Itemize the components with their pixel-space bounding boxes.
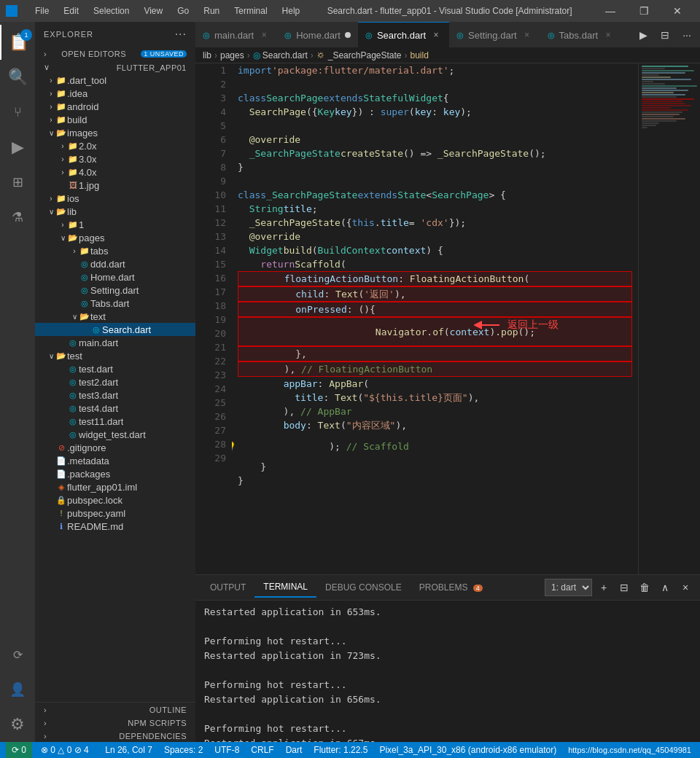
tree-item[interactable]: ◎ test11.dart [35,415,195,428]
maximize-panel-button[interactable]: ∧ [656,579,674,596]
tree-item[interactable]: ◎ main.dart [35,336,195,349]
npm-scripts-section[interactable]: › NPM SCRIPTS [35,716,195,729]
tab-setting-dart[interactable]: ◎ Setting.dart × [449,22,540,47]
tree-item[interactable]: › 📁 tabs [35,244,195,257]
status-flutter[interactable]: Flutter: 1.22.5 [311,745,370,755]
tab-close-icon[interactable]: × [430,29,442,41]
tab-problems[interactable]: PROBLEMS 4 [411,578,491,597]
tree-item[interactable]: ◎ test4.dart [35,402,195,415]
menu-go[interactable]: Go [171,4,195,17]
menu-selection[interactable]: Selection [88,4,135,17]
tab-search-dart[interactable]: ◎ Search.dart × [358,22,449,47]
status-spaces[interactable]: Spaces: 2 [161,745,206,755]
project-section[interactable]: ∨ FLUTTER_APP01 [35,60,195,74]
maximize-button[interactable]: ❐ [627,0,661,22]
tree-item[interactable]: 🔒 pubspec.lock [35,493,195,507]
code-content[interactable]: import 'package:flutter/material.dart'; … [232,63,638,574]
menu-edit[interactable]: Edit [58,4,85,17]
activity-search[interactable]: 🔍 [0,60,35,95]
tree-item[interactable]: ◎ ddd.dart [35,257,195,270]
tree-item[interactable]: ⊘ .gitignore [35,441,195,454]
menu-file[interactable]: File [29,4,55,17]
menu-run[interactable]: Run [198,4,225,17]
status-remote[interactable]: ⟳ 0 [6,742,32,758]
code-editor[interactable]: 12345 678910 1112131415 1617181920 21222… [195,63,638,574]
tree-item[interactable]: › 📁 4.0x [35,165,195,179]
tree-item[interactable]: › 📁 android [35,100,195,113]
close-panel-button[interactable]: × [677,579,694,596]
status-language[interactable]: Dart [283,745,306,755]
tree-item[interactable]: ∨ 📂 pages [35,231,195,244]
tree-item-search-dart[interactable]: ◎ Search.dart [35,323,195,336]
close-button[interactable]: ✕ [661,0,694,22]
activity-test[interactable]: ⚗ [0,200,35,235]
tree-item[interactable]: ◎ Setting.dart [35,284,195,297]
tree-item[interactable]: ◈ flutter_app01.iml [35,480,195,493]
menu-view[interactable]: View [138,4,168,17]
tab-close-icon[interactable]: × [258,29,270,41]
tab-home-dart[interactable]: ◎ Home.dart [277,22,358,47]
breadcrumb-pages[interactable]: pages [220,50,244,60]
tree-item[interactable]: ! pubspec.yaml [35,507,195,520]
tree-item[interactable]: ◎ test2.dart [35,375,195,388]
tree-item[interactable]: › 📁 3.0x [35,152,195,165]
activity-remote[interactable]: ⟳ [0,637,35,672]
tree-item[interactable]: ℹ README.md [35,520,195,533]
delete-terminal-button[interactable]: 🗑 [636,579,653,596]
breadcrumb-search-dart[interactable]: ◎Search.dart [253,50,308,60]
status-errors[interactable]: ⊗ 0 △ 0 ⊘ 4 [38,745,92,755]
activity-explorer[interactable]: 📋 1 [0,25,35,60]
split-editor-button[interactable]: ⊟ [655,25,675,45]
breadcrumb-search-page-state[interactable]: _SearchPageState [328,50,402,60]
tab-tabs-dart[interactable]: ◎ Tabs.dart × [540,22,621,47]
tree-item[interactable]: ◎ test.dart [35,362,195,375]
tree-item[interactable]: ◎ Home.dart [35,270,195,284]
tab-terminal[interactable]: TERMINAL [254,577,316,598]
add-terminal-button[interactable]: + [595,579,612,596]
tree-item[interactable]: › 📁 build [35,113,195,126]
run-button[interactable]: ▶ [633,25,653,45]
tab-debug-console[interactable]: DEBUG CONSOLE [316,578,411,597]
status-device[interactable]: Pixel_3a_API_30_x86 (android-x86 emulato… [376,745,559,755]
tree-item[interactable]: › 📁 2.0x [35,139,195,152]
menu-terminal[interactable]: Terminal [228,4,273,17]
tab-output[interactable]: OUTPUT [201,578,254,597]
breadcrumb-build[interactable]: build [411,50,429,60]
lightbulb-icon[interactable]: 💡 [232,439,236,453]
terminal-select[interactable]: 1: dart [545,579,592,596]
status-line-ending[interactable]: CRLF [248,745,276,755]
status-cursor-position[interactable]: Ln 26, Col 7 [102,745,155,755]
tree-item[interactable]: ◎ widget_test.dart [35,428,195,441]
tab-close-icon[interactable]: × [602,29,614,41]
tree-item[interactable]: ∨ 📂 text [35,310,195,323]
more-actions-button[interactable]: ··· [677,25,697,45]
tree-item[interactable]: › 📁 1 [35,218,195,231]
tree-item[interactable]: 📄 .packages [35,467,195,480]
tree-item[interactable]: 🖼 1.jpg [35,179,195,192]
tree-item[interactable]: › 📁 .idea [35,87,195,100]
status-link[interactable]: https://blog.csdn.net/qq_45049981 [565,746,694,754]
activity-accounts[interactable]: 👤 [0,672,35,707]
breadcrumb-class[interactable]: ⛭ [316,50,325,60]
tab-close-icon[interactable]: × [521,29,533,41]
activity-source-control[interactable]: ⑂ [0,95,35,130]
terminal-content[interactable]: Restarted application in 653ms. Performi… [195,601,700,742]
menu-help[interactable]: Help [276,4,306,17]
tree-item[interactable]: ∨ 📂 test [35,349,195,362]
tree-item[interactable]: ◎ Tabs.dart [35,297,195,310]
outline-section[interactable]: › OUTLINE [35,703,195,716]
tree-item[interactable]: 📄 .metadata [35,454,195,467]
activity-settings[interactable]: ⚙ [0,707,35,742]
minimize-button[interactable]: — [594,0,627,22]
tree-item[interactable]: › 📁 .dart_tool [35,74,195,87]
open-editors-section[interactable]: › OPEN EDITORS 1 UNSAVED [35,47,195,60]
status-encoding[interactable]: UTF-8 [211,745,242,755]
sidebar-more-icon[interactable]: ··· [175,28,187,41]
activity-debug[interactable]: ▶ [0,130,35,165]
tree-item[interactable]: ∨ 📂 lib [35,205,195,218]
tree-item[interactable]: ∨ 📂 images [35,126,195,139]
activity-extensions[interactable]: ⊞ [0,165,35,200]
tree-item[interactable]: › 📁 ios [35,192,195,205]
tab-main-dart[interactable]: ◎ main.dart × [195,22,277,47]
split-terminal-button[interactable]: ⊟ [615,579,633,596]
